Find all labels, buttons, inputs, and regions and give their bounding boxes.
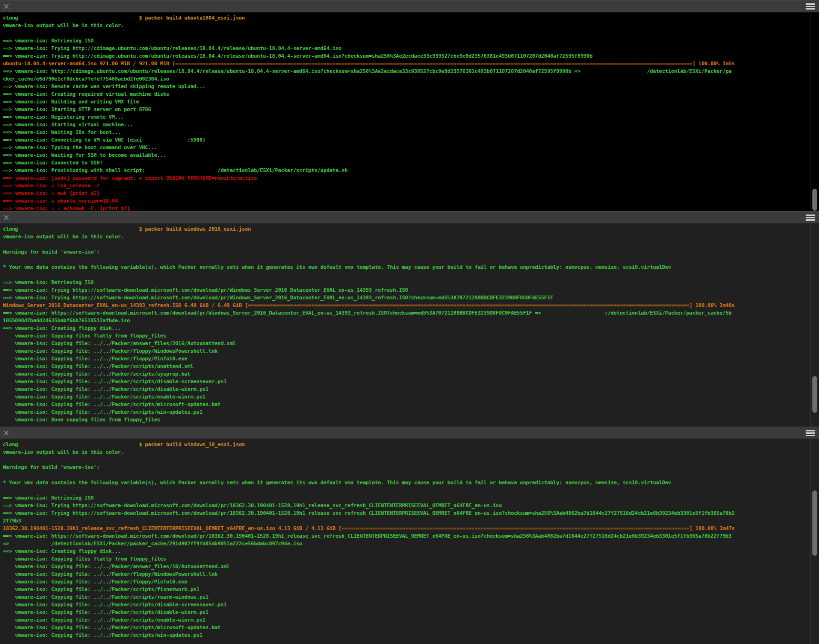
terminal-line: vmware-iso: Copying file: ../../Packer/a…	[3, 563, 810, 571]
terminal-line: vmware-iso: Copying file: ../../Packer/s…	[3, 409, 810, 416]
terminal-line: vmware-iso: Copying file: ../../Packer/s…	[3, 593, 810, 601]
terminal-line	[3, 456, 810, 464]
terminal-line: cker_cache/e6d790e1cf0dcbca7fefef75468ac…	[3, 75, 810, 83]
terminal-line: clong $ packer build windows_2016_esxi.j…	[3, 225, 810, 233]
scrollbar-thumb[interactable]	[812, 189, 817, 211]
terminal-line: ==> vmware-iso: Building and writing VMX…	[3, 98, 810, 106]
terminal-output[interactable]: clong $ packer build windows_10_esxi.jso…	[0, 439, 810, 644]
terminal-line: ==> vmware-iso: Trying https://software-…	[3, 502, 810, 510]
terminal-line: vmware-iso output will be in this color.	[3, 449, 810, 456]
terminal-line: Warnings for build 'vmware-iso':	[3, 248, 810, 256]
terminal-line: 1055098d7ba8d2d635babf6bb76518512afbde.i…	[3, 317, 810, 325]
close-icon[interactable]: ×	[3, 429, 10, 437]
terminal-line: Windows_Server_2016_Datacenter_EVAL_en-u…	[3, 302, 810, 309]
terminal-line: => /detectionlab/ESXi/Packer/packer_cach…	[3, 540, 810, 548]
scrollbar[interactable]	[810, 224, 819, 427]
terminal-line: ==> vmware-iso: Creating floppy disk...	[3, 548, 810, 555]
terminal-line: ==> vmware-iso: Creating floppy disk...	[3, 325, 810, 332]
terminal-line: ==> vmware-iso: Trying https://software-…	[3, 294, 810, 302]
pane-packer-ubuntu1804: × clong $ packer build ubuntu1804_esxi.j…	[0, 0, 819, 211]
terminal-line: ==> vmware-iso: Waiting for SSH to becom…	[3, 152, 810, 159]
terminal-line: vmware-iso: Copying file: ../../Packer/s…	[3, 378, 810, 386]
terminal-line: ==> vmware-iso: Registering remote VM...	[3, 113, 810, 121]
terminal-line: ==> vmware-iso: Remote cache was verifie…	[3, 83, 810, 91]
terminal-line: * Your vmx data contains the following v…	[3, 264, 810, 271]
terminal-line: ==> vmware-iso: http://cdimage.ubuntu.co…	[3, 68, 810, 75]
terminal-line: ==> vmware-iso: Trying http://cdimage.ub…	[3, 52, 810, 60]
terminal-line: ==> vmware-iso: Retrieving ISO	[3, 494, 810, 502]
terminal-line: vmware-iso: Copying file: ../../Packer/s…	[3, 624, 810, 632]
menu-icon[interactable]	[806, 3, 815, 10]
terminal-line: ==> vmware-iso: + ubuntu_version=18.04	[3, 197, 810, 205]
terminal-line: ==> vmware-iso: Starting virtual machine…	[3, 121, 810, 129]
terminal-line: ==> vmware-iso: Creating required virtua…	[3, 91, 810, 98]
terminal-line: ==> vmware-iso: Typing the boot command …	[3, 144, 810, 152]
terminal-line: ==> vmware-iso: Trying http://cdimage.ub…	[3, 45, 810, 52]
pane-titlebar[interactable]: ×	[0, 0, 819, 12]
pane-titlebar[interactable]: ×	[0, 211, 819, 224]
terminal-line: vmware-iso: Copying file: ../../Packer/s…	[3, 586, 810, 593]
terminal-line: ==> vmware-iso: + lsb_release -r	[3, 182, 810, 190]
terminal-line: vmware-iso: Copying file: ../../Packer/s…	[3, 363, 810, 370]
terminal-line: ==> vmware-iso: https://software-downloa…	[3, 532, 810, 540]
terminal-line: vmware-iso: Copying file: ../../Packer/f…	[3, 571, 810, 578]
terminal-line: vmware-iso: Copying file: ../../Packer/s…	[3, 401, 810, 409]
terminal-line: ==> vmware-iso: Trying https://software-…	[3, 286, 810, 294]
terminal-line: vmware-iso: Copying files flatly from fl…	[3, 555, 810, 563]
terminal-line: ==> vmware-iso: Provisioning with shell …	[3, 167, 810, 174]
terminal-line: * Your vmx data contains the following v…	[3, 479, 810, 487]
terminal-line: vmware-iso: Copying file: ../../Packer/s…	[3, 601, 810, 609]
scrollbar[interactable]	[810, 439, 819, 644]
menu-icon[interactable]	[806, 215, 815, 221]
terminal-line: ==> vmware-iso: Retrieving ISO	[3, 279, 810, 286]
terminal-output[interactable]: clong $ packer build ubuntu1804_esxi.jso…	[0, 12, 810, 211]
terminal-line: 18362.30.190401-1528.19h1_release_svc_re…	[3, 525, 810, 532]
terminal-line: vmware-iso: Copying file: ../../Packer/s…	[3, 393, 810, 401]
pane-packer-windows2016: × clong $ packer build windows_2016_esxi…	[0, 211, 819, 427]
terminal-line: ==> vmware-iso: Connecting to VM via VNC…	[3, 136, 810, 144]
terminal-line: ==> vmware-iso: Waiting 10s for boot...	[3, 129, 810, 136]
terminal-line: vmware-iso: Copying file: ../../Packer/f…	[3, 578, 810, 586]
terminal-line: ==> vmware-iso: + + echoawk -F. {print $…	[3, 205, 810, 211]
terminal-line: ==> vmware-iso: Connected to SSH!	[3, 159, 810, 167]
terminal-line	[3, 241, 810, 248]
terminal-line	[3, 471, 810, 479]
terminal-line	[3, 256, 810, 264]
terminal-line	[3, 30, 810, 37]
terminal-line: ==> vmware-iso: + awk {print $2}	[3, 190, 810, 197]
terminal-line: vmware-iso: Copying file: ../../Packer/s…	[3, 370, 810, 378]
terminal-line: ==> vmware-iso: https://software-downloa…	[3, 309, 810, 317]
terminal-line: vmware-iso: Copying file: ../../Packer/a…	[3, 340, 810, 348]
terminal-line	[3, 487, 810, 494]
terminal-line: Warnings for build 'vmware-iso':	[3, 464, 810, 471]
menu-icon[interactable]	[806, 430, 815, 436]
terminal-line: vmware-iso: Done copying files from flop…	[3, 416, 810, 424]
terminal-line: vmware-iso: Copying file: ../../Packer/s…	[3, 632, 810, 639]
terminal-line: vmware-iso output will be in this color.	[3, 22, 810, 30]
scrollbar[interactable]	[810, 12, 819, 211]
terminal-line	[3, 271, 810, 279]
terminal-line: clong $ packer build ubuntu1804_esxi.jso…	[3, 14, 810, 22]
terminal-line: ==> vmware-iso: [sudo] password for vagr…	[3, 174, 810, 182]
terminal-line: vmware-iso: Copying files flatly from fl…	[3, 332, 810, 340]
terminal-line: vmware-iso: Copying file: ../../Packer/f…	[3, 348, 810, 355]
pane-packer-windows10: × clong $ packer build windows_10_esxi.j…	[0, 427, 819, 644]
terminal-output[interactable]: clong $ packer build windows_2016_esxi.j…	[0, 224, 810, 427]
pane-titlebar[interactable]: ×	[0, 427, 819, 439]
terminal-line: vmware-iso: Copying file: ../../Packer/s…	[3, 609, 810, 616]
close-icon[interactable]: ×	[3, 2, 10, 10]
terminal-line: ==> vmware-iso: Retrieving ISO	[3, 37, 810, 45]
terminal-line: clong $ packer build windows_10_esxi.jso…	[3, 441, 810, 449]
scrollbar-thumb[interactable]	[812, 491, 817, 556]
terminal-line: vmware-iso output will be in this color.	[3, 233, 810, 241]
terminal-multiplexer: × clong $ packer build ubuntu1804_esxi.j…	[0, 0, 819, 644]
terminal-line: ==> vmware-iso: Starting HTTP server on …	[3, 106, 810, 113]
terminal-line: vmware-iso: Copying file: ../../Packer/s…	[3, 386, 810, 393]
terminal-line: ubuntu-18.04.4-server-amd64.iso 921.00 M…	[3, 60, 810, 68]
close-icon[interactable]: ×	[3, 214, 10, 222]
terminal-line: vmware-iso: Copying file: ../../Packer/f…	[3, 355, 810, 363]
terminal-line: 2f79b3	[3, 517, 810, 525]
terminal-line: ==> vmware-iso: Trying https://software-…	[3, 510, 810, 517]
scrollbar-thumb[interactable]	[812, 376, 817, 413]
terminal-line: vmware-iso: Copying file: ../../Packer/s…	[3, 616, 810, 624]
